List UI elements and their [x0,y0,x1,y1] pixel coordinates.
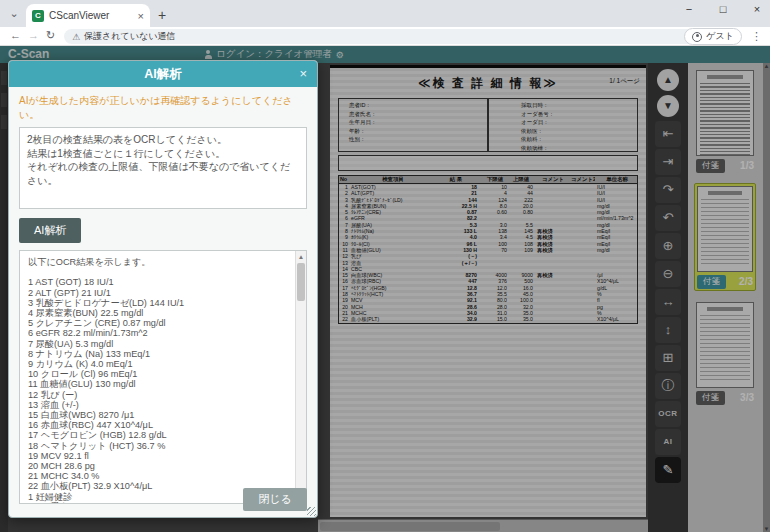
reload-button[interactable]: ↻ [46,29,55,42]
dialog-title: AI解析 [9,61,317,87]
ocr-result-line: 13 溶血 (+/-) [28,400,290,410]
dialog-close-button[interactable]: 閉じる [243,488,307,511]
ai-warning-text: AIが生成した内容が正しいかは再確認するようにしてください。 [19,94,307,122]
ocr-result-line: 20 MCH 28.6 pg [28,461,290,471]
ocr-result-line: 21 MCHC 34.0 % [28,471,290,481]
site-favicon-icon: C [32,10,44,22]
not-secure-warning-icon: ⚠ [72,32,80,42]
prompt-line: 結果は1検査値ごとに１行にしてください。 [27,147,299,161]
browser-tab[interactable]: C CScanViewer × [26,4,150,27]
prompt-input[interactable]: 2枚目の検査結果の表をOCRしてください。結果は1検査値ごとに１行にしてください… [19,127,307,209]
back-button[interactable]: ← [10,29,21,41]
ocr-result-line: 17 ヘモグロビン (HGB) 12.8 g/dL [28,430,290,440]
url-text: 保護されていない通信 [84,30,175,43]
ocr-result-line: 9 カリウム (K) 4.0 mEq/1 [28,359,290,369]
ocr-result-line: 5 クレアチニン (CRE) 0.87 mg/dl [28,318,290,328]
address-bar[interactable]: ⚠ 保護されていない通信 [64,29,704,44]
ocr-result-line: 7 尿酸(UA) 5.3 mg/dl [28,339,290,349]
ocr-result-line: 1 AST (GOT) 18 IU/1 [28,277,290,287]
dialog-close-icon[interactable]: × [299,61,307,87]
screen: ⌄ C CScanViewer × + − □ × ← → ↻ ⚠ 保護されてい… [0,0,770,532]
guest-avatar-icon [692,32,702,42]
dialog-header[interactable]: AI解析 × [9,61,317,87]
window-maximize-button[interactable]: □ [716,3,730,15]
ocr-result-line: 3 乳酸デヒドロゲナーゼ(LD) 144 IU/1 [28,298,290,308]
ocr-result-line: 12 乳び (ー) [28,390,290,400]
ocr-result-line: 18 ヘマトクリット (HCT) 36.7 % [28,441,290,451]
tab-title: CScanViewer [49,10,134,21]
results-scrollbar[interactable]: ▲ ▼ [295,251,306,503]
scroll-up-arrow-icon[interactable]: ▲ [296,252,306,262]
prompt-line: それぞれの検査の上限値、下限値は不要なので省いてください。 [27,160,299,187]
ocr-result-line: 4 尿素窒素(BUN) 22.5 mg/dl [28,308,290,318]
ocr-result-line: 以下にOCR結果を示します。 [28,257,290,267]
ocr-result-line: 6 eGFR 82.2 ml/min/1.73m^2 [28,328,290,338]
window-minimize-button[interactable]: − [682,3,696,15]
tab-close-icon[interactable]: × [138,10,144,22]
cscan-app: C-Scan ログイン：クライオ管理者 ⚙ ≪検 査 詳 細 情 報≫ 1/ 1… [0,46,770,532]
ai-analyze-button[interactable]: AI解析 [19,218,81,243]
new-tab-button[interactable]: + [158,7,166,23]
guest-label: ゲスト [706,30,734,43]
results-scrollbar-thumb[interactable] [297,263,305,301]
ocr-result-line: 15 白血球(WBC) 8270 /μ1 [28,410,290,420]
ocr-result-line [28,267,290,277]
browser-toolbar: ← → ↻ ⚠ 保護されていない通信 ゲスト ⋮ [0,27,770,46]
ocr-result-line: 2 ALT (GPT) 21 IU/1 [28,288,290,298]
forward-button[interactable]: → [28,29,39,41]
dialog-resize-handle[interactable] [307,507,316,516]
ocr-result-line: 8 ナトリウム (Na) 133 mEq/1 [28,349,290,359]
ai-analysis-dialog: AI解析 × AIが生成した内容が正しいかは再確認するようにしてください。 2枚… [8,60,318,518]
browser-menu-icon[interactable]: ⋮ [751,30,762,43]
profile-button[interactable]: ゲスト [684,28,742,45]
browser-tab-strip: ⌄ C CScanViewer × + − □ × [0,0,770,27]
ocr-results-area[interactable]: 以下にOCR結果を示します。1 AST (GOT) 18 IU/12 ALT (… [19,250,307,504]
ocr-result-line: 19 MCV 92.1 fl [28,451,290,461]
window-close-button[interactable]: × [750,3,764,15]
prompt-line: 2枚目の検査結果の表をOCRしてください。 [27,133,299,147]
tab-list-chevron-icon[interactable]: ⌄ [6,6,22,22]
ocr-result-line: 16 赤血球(RBC) 447 X10^4/μL [28,420,290,430]
ocr-result-line: 10 クロール (Cl) 96 mEq/1 [28,369,290,379]
ocr-result-line: 11 血糖値(GLU) 130 mg/dl [28,379,290,389]
